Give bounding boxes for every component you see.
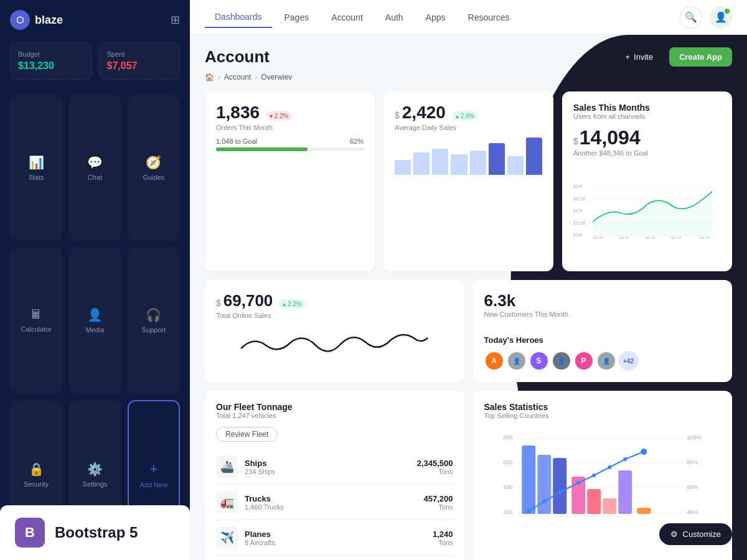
stats-icon: 📊 [29,155,44,170]
sales-big-num: 14,094 [580,126,641,149]
create-app-button[interactable]: Create App [669,47,732,67]
sales-stats-title: Sales Statistics [484,402,721,412]
planes-name: Planes [245,530,275,539]
svg-point-38 [576,481,580,485]
trucks-name: Trucks [245,494,284,503]
svg-text:40%: 40% [687,509,698,515]
invite-label: Invite [634,52,653,62]
daily-label: Average Daily Sales [395,124,542,131]
sidebar-item-chat[interactable]: 💬 Chat [68,95,121,241]
nav-apps[interactable]: Apps [416,7,456,27]
sidebar-item-calculator[interactable]: 🖩 Calculator [10,247,62,393]
trucks-sub: 1,460 Trucks [245,503,284,511]
breadcrumb-home[interactable]: 🏠 [205,73,214,82]
bar-3 [432,149,448,175]
budget-card: Budget $13,230 [10,42,92,80]
heroes-avatars: A 👤 S 👤 P 👤 +42 [484,351,721,371]
topnav-left: Dashboards Pages Account Auth Apps Resou… [205,7,519,28]
nav-dashboards[interactable]: Dashboards [205,7,272,28]
budget-row: Budget $13,230 Spent $7,057 [10,42,180,80]
fleet-item-trucks: 🚛 Trucks 1,460 Trucks 457,200 Tons [216,485,453,520]
daily-badge: ▴ 2.6% [452,111,479,121]
bar-2 [413,152,430,175]
bootstrap-letter: B [25,525,35,541]
sidebar-item-stats[interactable]: 📊 Stats [10,95,62,241]
sales-month-sub: Users from all channels [573,113,721,120]
review-fleet-button[interactable]: Review Fleet [216,427,278,442]
svg-text:$20.5K: $20.5K [573,197,586,201]
sidebar-item-support[interactable]: 🎧 Support [128,247,180,393]
sales-month-card: Sales This Months Users from all channel… [562,91,732,271]
customize-button[interactable]: ⚙ Customize [659,523,732,545]
fleet-sub: Total 1,247 vehicles [216,412,453,419]
customize-icon: ⚙ [670,530,678,539]
ships-num: 2,345,500 [417,459,453,468]
bootstrap-badge: B Bootstrap 5 [0,505,190,560]
nav-auth[interactable]: Auth [375,7,413,27]
spent-label: Spent [107,50,172,58]
svg-text:$13.5K: $13.5K [573,221,586,225]
ships-name: Ships [245,459,275,468]
spent-card: Spent $7,057 [99,42,181,80]
nav-resources[interactable]: Resources [458,7,520,27]
svg-text:Apr 13: Apr 13 [671,236,681,240]
svg-rect-27 [522,446,535,514]
heroes-title: Today's Heroes [484,335,721,345]
ships-value: 2,345,500 Tons [417,459,453,475]
ships-icon: 🚢 [216,455,238,478]
stats-grid: 1,836 ▾ 2.2% Orders This Month 1,048 to … [205,91,732,271]
nav-pages[interactable]: Pages [275,7,319,27]
sidebar: ⬡ blaze ⊞ Budget $13,230 Spent $7,057 📊 … [0,0,190,560]
svg-text:$24K: $24K [573,184,583,189]
sales-goal: Another $48,346 to Goal [573,149,721,157]
bar-1 [395,160,411,175]
avatar-photo-2: 👤 [552,351,571,371]
svg-text:800: 800 [503,434,512,441]
plus-icon: + [625,52,630,62]
svg-text:60%: 60% [687,484,698,490]
chat-icon: 💬 [87,155,103,170]
svg-rect-33 [618,470,632,514]
online-badge: ▴ 2.2% [279,299,306,309]
topnav: Dashboards Pages Account Auth Apps Resou… [190,0,747,35]
bootstrap-text: Bootstrap 5 [55,524,138,541]
calculator-label: Calculator [21,325,52,333]
sales-stats-sub: Top Selling Countries [484,412,721,419]
avatar-photo-1: 👤 [507,351,527,371]
avatar-1: A [484,351,504,371]
page-content: Account + Invite Create App 🏠 › Account … [190,35,747,560]
breadcrumb-sep2: › [255,73,257,82]
page-actions: + Invite Create App [615,47,732,67]
customers-label: New Customers This Month [484,310,569,318]
invite-button[interactable]: + Invite [615,47,663,67]
progress-pct: 62% [350,138,364,145]
svg-point-36 [542,500,546,503]
media-label: Media [86,326,105,334]
main-content: Dashboards Pages Account Auth Apps Resou… [190,0,747,560]
progress-row: 1,048 to Goal 62% [216,138,364,145]
search-button[interactable]: 🔍 [680,6,702,29]
customers-value: 6.3k [484,291,569,310]
svg-text:Apr 16: Apr 16 [699,236,709,240]
bar-4 [451,154,467,175]
logo-text: blaze [35,14,63,27]
sidebar-header: ⬡ blaze ⊞ [10,10,180,30]
topnav-right: 🔍 👤 [680,6,732,29]
notification-button[interactable]: 👤 [710,6,732,29]
avatar-count: +42 [619,351,639,371]
nav-account[interactable]: Account [321,7,373,27]
planes-sub: 8 Aircrafts [245,539,275,546]
svg-text:Apr 04: Apr 04 [593,236,603,240]
sidebar-item-guides[interactable]: 🧭 Guides [128,95,180,241]
breadcrumb: 🏠 › Account › Overwiev [205,73,732,82]
sales-month-title: Sales This Months [573,103,721,113]
support-icon: 🎧 [146,307,161,322]
media-icon: 👤 [87,307,103,322]
menu-icon[interactable]: ⊞ [171,13,180,27]
svg-rect-34 [637,508,651,514]
breadcrumb-account[interactable]: Account [224,73,251,82]
svg-rect-29 [553,458,566,514]
ships-sub: 234 Ships [245,468,275,475]
spent-value: $7,057 [107,60,172,72]
sidebar-item-media[interactable]: 👤 Media [68,247,121,393]
